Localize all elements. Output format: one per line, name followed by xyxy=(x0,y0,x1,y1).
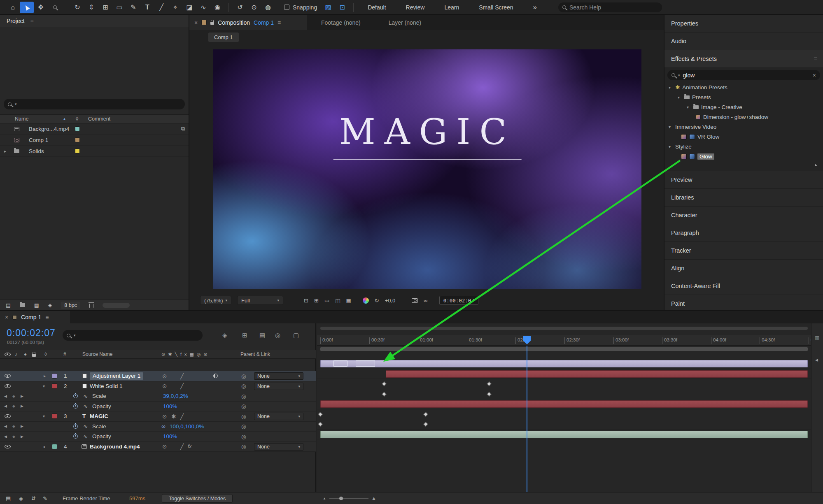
pickwhip-icon[interactable]: ◎ xyxy=(241,391,246,401)
shy-switch-icon[interactable]: ⊙ xyxy=(162,411,167,421)
stopwatch-icon[interactable] xyxy=(73,394,78,398)
keyframe-icon[interactable] xyxy=(423,412,428,416)
shape-tool-icon[interactable]: ▭ xyxy=(112,2,126,13)
property-row-opacity-text[interactable]: ◀ ◆ ▶ ∿ Opacity 100% ◎ xyxy=(0,432,316,442)
hide-shy-layers-icon[interactable]: ▤ xyxy=(259,332,265,339)
keyframe-icon[interactable] xyxy=(382,381,386,386)
layer-label-swatch[interactable] xyxy=(52,413,57,419)
next-keyframe-icon[interactable]: ▶ xyxy=(21,422,23,432)
track-row-footage[interactable] xyxy=(317,430,811,440)
shy-switch-icon[interactable]: ⊙ xyxy=(162,381,167,391)
workspace-learn[interactable]: Learn xyxy=(444,4,459,11)
panel-preview[interactable]: Preview xyxy=(664,171,823,189)
toggle-switches-modes-button[interactable]: Toggle Switches / Modes xyxy=(162,494,233,503)
add-keyframe-icon[interactable]: ◆ xyxy=(12,402,15,411)
track-row-opacity-solid[interactable] xyxy=(317,389,811,399)
snapshot-camera-icon[interactable] xyxy=(412,298,418,303)
layer-label-swatch[interactable] xyxy=(52,444,57,449)
tree-immersive-video[interactable]: ▾ Immersive Video xyxy=(664,122,823,132)
layer-row-1[interactable]: ▸ 1 Adjustment Layer 1 ⊙ ╱ ◎ None ▾ xyxy=(0,371,316,381)
zoom-out-mountain-icon[interactable]: ▲ xyxy=(323,497,326,500)
zoom-in-mountain-icon[interactable]: ▲ xyxy=(371,495,376,501)
puppet-pin-tool-icon[interactable]: ◉ xyxy=(210,2,224,13)
property-row-opacity-solid[interactable]: ◀ ◆ ▶ ∿ Opacity 100% ◎ xyxy=(0,402,316,412)
timeline-pan-scrollbar[interactable] xyxy=(320,327,808,330)
pickwhip-icon[interactable]: ◎ xyxy=(241,402,246,411)
link-dimensions-icon[interactable]: ∞ xyxy=(161,422,166,432)
next-keyframe-icon[interactable]: ▶ xyxy=(21,432,23,441)
layer-bar-solid[interactable] xyxy=(386,370,808,378)
panel-menu-icon[interactable]: ≡ xyxy=(45,314,49,321)
expander-icon[interactable]: ▸ xyxy=(44,442,46,452)
chevron-down-icon[interactable]: ▾ xyxy=(669,125,673,129)
panel-paint[interactable]: Paint xyxy=(664,295,823,310)
snap-option-1-icon[interactable]: ▨ xyxy=(321,2,335,13)
layer-label-swatch[interactable] xyxy=(52,383,57,389)
home-icon[interactable]: ⌂ xyxy=(6,2,20,13)
frame-blending-icon[interactable]: ◎ xyxy=(275,332,280,339)
eye-icon[interactable] xyxy=(5,445,11,448)
adjust-icon[interactable]: ◈ xyxy=(48,302,52,308)
region-of-interest-icon[interactable]: ◫ xyxy=(335,297,340,304)
pen-tool-icon[interactable]: ✎ xyxy=(126,2,140,13)
project-item-solids[interactable]: ▸ Solids xyxy=(0,146,189,157)
track-row-adjustment[interactable] xyxy=(317,359,811,369)
parent-pickwhip-icon[interactable]: ◎ xyxy=(241,381,246,391)
quality-switch-icon[interactable]: ╱ xyxy=(180,371,184,381)
layer-bar-adjustment[interactable] xyxy=(320,360,808,367)
expander-icon[interactable]: ▸ xyxy=(44,371,46,381)
resolution-dropdown[interactable]: Full ▾ xyxy=(237,296,283,305)
workspace-overflow-chevron[interactable]: » xyxy=(533,3,537,12)
project-flowchart-icon[interactable]: ▤ xyxy=(6,302,11,308)
show-snapshot-icon[interactable]: ∞ xyxy=(424,297,427,304)
panel-content-aware-fill[interactable]: Content-Aware Fill xyxy=(664,277,823,295)
exposure-value[interactable]: +0,0 xyxy=(385,297,396,304)
clear-search-icon[interactable]: × xyxy=(813,72,816,79)
workspace-small-screen[interactable]: Small Screen xyxy=(479,4,513,11)
transparency-grid-icon[interactable]: ▦ xyxy=(346,297,351,304)
safe-margins-icon[interactable]: ⊡ xyxy=(304,297,308,304)
timeline-zoom-slider-handle[interactable] xyxy=(339,497,343,500)
panel-menu-icon[interactable]: ≡ xyxy=(814,56,817,62)
rotate-tool-icon[interactable]: ↻ xyxy=(70,2,84,13)
new-folder-icon[interactable] xyxy=(20,303,25,307)
timeline-zoom-slider-track[interactable] xyxy=(329,498,368,499)
viewer-timecode[interactable]: 0:00:02:07 xyxy=(439,296,478,305)
panel-audio[interactable]: Audio xyxy=(664,33,823,50)
parent-pickwhip-icon[interactable]: ◎ xyxy=(241,442,246,452)
keyframe-icon[interactable] xyxy=(318,422,322,426)
tree-dimension-glow-shadow[interactable]: Dimension - glow+shadow xyxy=(664,112,823,122)
panel-character[interactable]: Character xyxy=(664,207,823,224)
pan-camera-icon[interactable]: ⊙ xyxy=(247,2,261,13)
selection-tool-icon[interactable] xyxy=(20,2,34,13)
prev-keyframe-icon[interactable]: ◀ xyxy=(4,422,7,432)
track-row-opacity-text[interactable] xyxy=(317,419,811,430)
tree-vr-glow[interactable]: VR Glow xyxy=(664,132,823,142)
new-preset-icon[interactable] xyxy=(812,164,817,168)
collapse-icon[interactable]: ◀ xyxy=(815,358,818,362)
brush-tool-icon[interactable]: ╱ xyxy=(154,2,168,13)
project-item-comp[interactable]: Comp 1 xyxy=(0,135,189,146)
tab-footage[interactable]: Footage (none) xyxy=(307,15,375,30)
draft-3d-icon[interactable]: ⊞ xyxy=(242,332,247,339)
snapshot-grid-icon[interactable]: ◈ xyxy=(19,495,23,502)
channel-color-icon[interactable] xyxy=(363,297,369,304)
eye-icon[interactable] xyxy=(5,414,11,418)
track-row-scale-solid[interactable] xyxy=(317,379,811,389)
chevron-down-icon[interactable]: ▾ xyxy=(669,144,673,149)
layer-name[interactable]: Adjustment Layer 1 xyxy=(90,372,143,380)
shy-switch-icon[interactable]: ⊙ xyxy=(162,371,167,381)
orbit-camera-icon[interactable]: ↺ xyxy=(233,2,247,13)
project-comment-column[interactable]: Comment xyxy=(88,115,110,123)
snap-option-2-icon[interactable]: ⊡ xyxy=(335,2,349,13)
chevron-down-icon[interactable]: ▾ xyxy=(687,105,691,109)
prev-keyframe-icon[interactable]: ◀ xyxy=(4,432,7,441)
tab-composition[interactable]: × Composition Comp 1 ≡ xyxy=(189,15,307,30)
panel-paragraph[interactable]: Paragraph xyxy=(664,224,823,242)
expander-icon[interactable]: ▾ xyxy=(43,381,45,391)
shy-switch-icon[interactable]: ⊙ xyxy=(162,442,167,452)
project-search-input[interactable]: ▾ xyxy=(4,99,185,109)
panel-menu-icon[interactable]: ≡ xyxy=(30,18,34,24)
keyframe-icon[interactable] xyxy=(382,392,386,396)
dolly-camera-icon[interactable]: ◍ xyxy=(261,2,275,13)
